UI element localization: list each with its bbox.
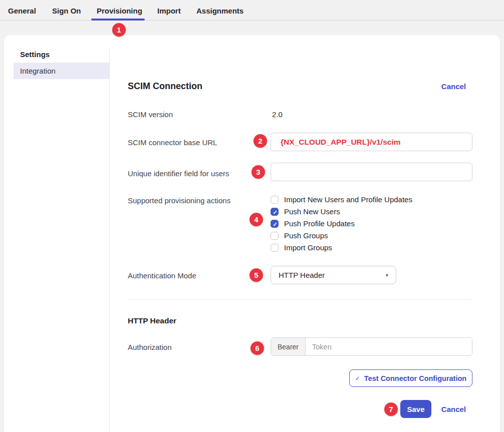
step-badge-5: 5: [249, 268, 263, 282]
provisioning-card: Settings Integration SCIM Connection Can…: [4, 35, 500, 432]
authorization-input-group: Bearer: [271, 337, 472, 356]
tab-general[interactable]: General: [8, 6, 36, 16]
test-connector-button[interactable]: ✓ Test Connector Configuration: [349, 369, 472, 387]
provisioning-actions-label: Supported provisioning actions: [128, 196, 268, 206]
checkbox-label: Push Profile Updates: [284, 220, 355, 228]
checkbox-push-groups[interactable]: [271, 232, 279, 240]
tab-import[interactable]: Import: [157, 6, 181, 16]
base-url-label: SCIM connector base URL: [128, 138, 268, 148]
auth-mode-label: Authentication Mode: [128, 271, 268, 281]
step-badge-3: 3: [251, 165, 265, 179]
checkbox-label: Push New Users: [284, 208, 340, 216]
chevron-down-icon: ▾: [386, 272, 388, 278]
sidebar-item-integration[interactable]: Integration: [14, 63, 109, 79]
checkbox-label: Import New Users and Profile Updates: [284, 196, 412, 204]
cancel-link-bottom[interactable]: Cancel: [441, 404, 466, 414]
checkbox-row-import-new-users[interactable]: Import New Users and Profile Updates: [271, 196, 412, 204]
checkbox-row-push-profile-updates[interactable]: Push Profile Updates: [271, 220, 355, 228]
check-icon: ✓: [355, 375, 360, 382]
checkbox-push-new-users[interactable]: [271, 208, 279, 216]
auth-mode-select[interactable]: HTTP Header ▾: [271, 266, 396, 284]
tab-sign-on[interactable]: Sign On: [52, 6, 81, 16]
checkbox-label: Push Groups: [284, 232, 328, 240]
base-url-input[interactable]: [271, 133, 472, 151]
active-tab-indicator: [91, 19, 145, 21]
app-tab-bar: General Sign On Provisioning Import Assi…: [0, 0, 504, 21]
step-badge-2: 2: [254, 134, 267, 148]
page-title: SCIM Connection: [128, 81, 202, 92]
scim-version-value: 2.0: [271, 110, 283, 120]
checkbox-push-profile-updates[interactable]: [271, 220, 279, 228]
step-badge-1: 1: [112, 23, 126, 37]
auth-mode-value: HTTP Header: [279, 271, 386, 279]
checkbox-row-push-groups[interactable]: Push Groups: [271, 232, 328, 240]
checkbox-row-push-new-users[interactable]: Push New Users: [271, 208, 340, 216]
test-connector-label: Test Connector Configuration: [364, 374, 466, 382]
authorization-label: Authorization: [128, 342, 268, 352]
checkbox-import-groups[interactable]: [271, 244, 279, 252]
checkbox-row-import-groups[interactable]: Import Groups: [271, 244, 332, 252]
save-button[interactable]: Save: [400, 400, 431, 418]
checkbox-import-new-users[interactable]: [271, 196, 279, 204]
bearer-prefix: Bearer: [271, 338, 306, 355]
unique-id-input[interactable]: [271, 163, 472, 181]
step-badge-4: 4: [249, 213, 263, 226]
tab-provisioning[interactable]: Provisioning: [97, 6, 142, 16]
unique-id-label: Unique identifier field for users: [128, 169, 268, 179]
step-badge-7: 7: [384, 402, 398, 416]
http-header-section-title: HTTP Header: [128, 316, 176, 326]
section-divider: [128, 299, 472, 300]
tab-assignments[interactable]: Assignments: [196, 6, 243, 16]
step-badge-6: 6: [250, 341, 264, 355]
token-input[interactable]: [306, 338, 472, 355]
scim-version-label: SCIM version: [128, 110, 268, 120]
checkbox-label: Import Groups: [284, 244, 332, 252]
sidebar-header-settings: Settings: [20, 50, 50, 60]
cancel-link-top[interactable]: Cancel: [441, 82, 466, 91]
sidebar-divider: [109, 47, 110, 432]
